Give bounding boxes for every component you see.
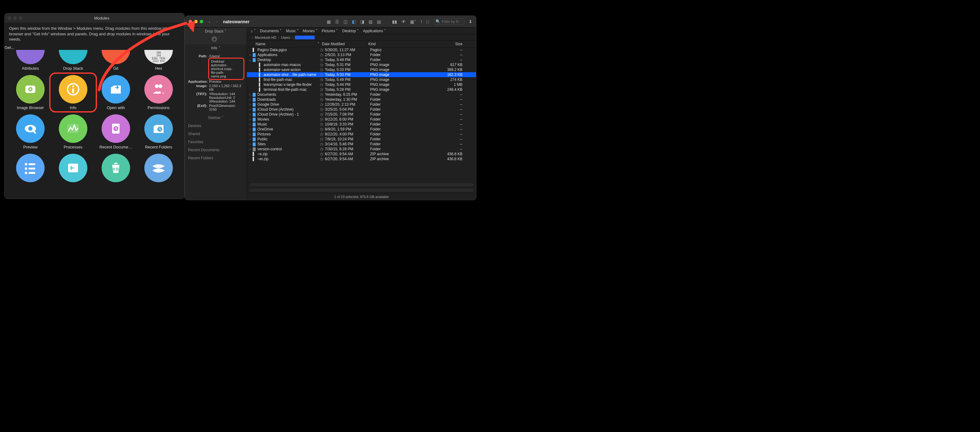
disclosure-icon[interactable]: › — [248, 147, 252, 151]
table-row[interactable]: ›▇Applications◷2/5/20, 3:13 PMFolder-- — [247, 53, 476, 57]
disclosure-icon[interactable]: › — [248, 53, 252, 57]
view-icon-grid-icon[interactable]: ▦ — [327, 19, 331, 24]
fav-item[interactable]: Movies ˅ — [303, 29, 318, 33]
view-list-icon[interactable]: ☰ — [335, 19, 339, 24]
info-header[interactable]: Info ˅ — [185, 44, 247, 52]
back-button[interactable]: ‹ — [207, 19, 211, 24]
search-input[interactable]: 🔍 — [433, 18, 464, 25]
table-row[interactable]: ›▇Movies◷9/22/20, 6:00 PMFolder-- — [247, 117, 476, 122]
col-date[interactable]: Date Modified — [322, 42, 368, 46]
dropstack-header[interactable]: Drop Stack ˅ — [185, 27, 247, 35]
preview2-icon[interactable]: ▥ — [369, 19, 372, 24]
sidebar-group[interactable]: Recent Documents — [185, 146, 247, 154]
table-row[interactable]: ›▇Downloads◷Yesterday, 1:30 PMFolder-- — [247, 97, 476, 102]
fav-item[interactable]: Music ˅ — [286, 29, 298, 33]
download-icon[interactable]: ⬇ — [469, 19, 473, 24]
sidebar-group[interactable]: Shared — [185, 130, 247, 138]
preview1-icon[interactable]: ◨ — [360, 19, 364, 24]
module-item[interactable]: Open with — [94, 75, 137, 110]
get-button[interactable]: Get... — [5, 45, 184, 50]
tags-icon[interactable]: ⟟ — [421, 19, 422, 24]
module-item[interactable]: Drop Stack — [52, 50, 94, 71]
scrollbar[interactable] — [249, 183, 474, 186]
module-item[interactable]: Permissions — [137, 75, 180, 110]
module-item[interactable]: Processes — [52, 114, 94, 149]
minimize-icon[interactable] — [194, 20, 197, 23]
table-row[interactable]: ›▇Pictures◷9/22/20, 4:00 PMFolder-- — [247, 132, 476, 137]
fav-item[interactable]: Applications ˅ — [363, 29, 386, 33]
table-row[interactable]: ⌄▇Desktop◷Today, 5:49 PMFolder-- — [247, 57, 476, 62]
table-row[interactable]: ›▇Public◷7/9/19, 10:24 PMFolder-- — [247, 137, 476, 142]
quicklook-icon[interactable]: 👁 — [401, 19, 406, 24]
sidebar-section-header[interactable]: Sidebar ˅ — [185, 114, 247, 122]
dual-pane-icon[interactable]: ▮▮ — [392, 19, 397, 24]
home-icon[interactable]: ⌂ ˅ — [251, 29, 256, 33]
table-row[interactable]: ›▇iCloud Drive (Archive) - 1◷7/15/20, 7:… — [247, 112, 476, 117]
table-row[interactable]: ▌terminal-find-file-path-mac◷Today, 5:28… — [247, 87, 476, 92]
fav-item[interactable]: Pictures ˅ — [322, 29, 338, 33]
bc-item[interactable]: Macintosh HD — [255, 36, 276, 39]
module-item[interactable] — [52, 154, 94, 182]
disclosure-icon[interactable]: › — [248, 137, 252, 141]
disclosure-icon[interactable]: › — [248, 127, 252, 131]
minimize-icon[interactable] — [13, 16, 17, 20]
dropstack-slot-icon[interactable]: ◉ — [212, 36, 217, 42]
maximize-icon[interactable] — [19, 16, 22, 20]
sidebar-group[interactable]: Devices — [185, 122, 247, 130]
module-item[interactable]: Git — [94, 50, 137, 71]
disclosure-icon[interactable]: › — [248, 102, 252, 107]
view-columns-icon[interactable]: ◫ — [344, 19, 347, 24]
table-row[interactable]: ›▇Sites◷3/14/16, 5:46 PMFolder-- — [247, 142, 476, 147]
disclosure-icon[interactable]: › — [248, 112, 252, 116]
module-item[interactable]: Recent Docume… — [94, 114, 137, 149]
disclosure-icon[interactable]: › — [248, 142, 252, 146]
forward-button[interactable]: › — [215, 19, 219, 24]
disclosure-icon[interactable]: › — [248, 92, 252, 97]
table-row[interactable]: ▌automator-save-action◷Today, 5:33 PMPNG… — [247, 67, 476, 72]
sidebar-group[interactable]: Favorites — [185, 138, 247, 146]
group-icon[interactable]: ▦˅ — [410, 19, 416, 24]
module-item[interactable]: Recent Folders — [137, 114, 180, 149]
table-row[interactable]: ▌~er.zip◷6/27/20, 9:54 AMZIP archive436.… — [247, 156, 476, 161]
fav-item[interactable]: Desktop ˅ — [342, 29, 359, 33]
table-row[interactable]: ▌~e.zip◷6/27/20, 9:54 AMZIP archive436.8… — [247, 151, 476, 156]
disclosure-icon[interactable]: ⌄ — [248, 57, 252, 62]
close-icon[interactable] — [189, 20, 192, 23]
fav-item[interactable]: Documents ˅ — [260, 29, 282, 33]
scrollbar[interactable] — [249, 189, 474, 192]
module-item[interactable]: Attributes — [9, 50, 52, 71]
share-icon[interactable]: □ — [426, 19, 429, 24]
table-row[interactable]: ›▇Documents◷Yesterday, 6:25 PMFolder-- — [247, 92, 476, 97]
table-row[interactable]: ›▇iCloud Drive (Archive)◷3/25/20, 5:04 P… — [247, 107, 476, 112]
col-kind[interactable]: Kind — [368, 42, 427, 46]
module-item[interactable] — [9, 154, 52, 182]
module-item[interactable]: Preview — [9, 114, 52, 149]
table-row[interactable]: ▌Pagico Data.pgco◷5/30/20, 11:27 AMPagic… — [247, 48, 476, 53]
close-icon[interactable] — [8, 16, 11, 20]
module-item[interactable]: Image Browser — [9, 75, 52, 110]
module-item[interactable] — [137, 154, 180, 182]
disclosure-icon[interactable]: › — [248, 107, 252, 112]
bc-item[interactable]: Users — [281, 36, 290, 39]
disclosure-icon[interactable]: › — [248, 97, 252, 102]
table-row[interactable]: ▌leanmymac-x-large-file-finder◷Today, 5:… — [247, 82, 476, 87]
module-item[interactable]: KB — [94, 154, 137, 182]
col-size[interactable]: Size — [427, 42, 476, 46]
disclosure-icon[interactable]: › — [248, 122, 252, 126]
search-field[interactable] — [442, 19, 463, 24]
table-row[interactable]: ›▇Google Drive◷12/26/20, 2:13 PMFolder-- — [247, 102, 476, 107]
table-row[interactable]: ›▇OneDrive◷8/9/20, 1:59 PMFolder-- — [247, 127, 476, 132]
col-name[interactable]: Name˄ — [247, 42, 322, 46]
module-item[interactable]: 108144616c 743d2222 074Hex — [137, 50, 180, 71]
table-row[interactable]: ›▇version-control◷7/30/15, 6:28 PMFolder… — [247, 147, 476, 151]
maximize-icon[interactable] — [200, 20, 203, 23]
module-item[interactable]: Info — [51, 74, 96, 111]
disclosure-icon[interactable]: › — [248, 132, 252, 136]
view-gallery-icon[interactable]: ◧ — [352, 19, 356, 24]
table-row[interactable]: ▌find-file-path-mac◷Today, 5:49 PMPNG im… — [247, 77, 476, 82]
table-row[interactable]: ▌automator-shor…file-path-name◷Today, 5:… — [247, 72, 476, 77]
table-row[interactable]: ▌automator-mac-macos◷Today, 5:31 PMPNG i… — [247, 62, 476, 67]
disclosure-icon[interactable]: › — [248, 117, 252, 121]
sidebar-group[interactable]: Recent Folders — [185, 154, 247, 162]
table-row[interactable]: ›▇Music◷10/8/19, 3:33 PMFolder-- — [247, 122, 476, 127]
